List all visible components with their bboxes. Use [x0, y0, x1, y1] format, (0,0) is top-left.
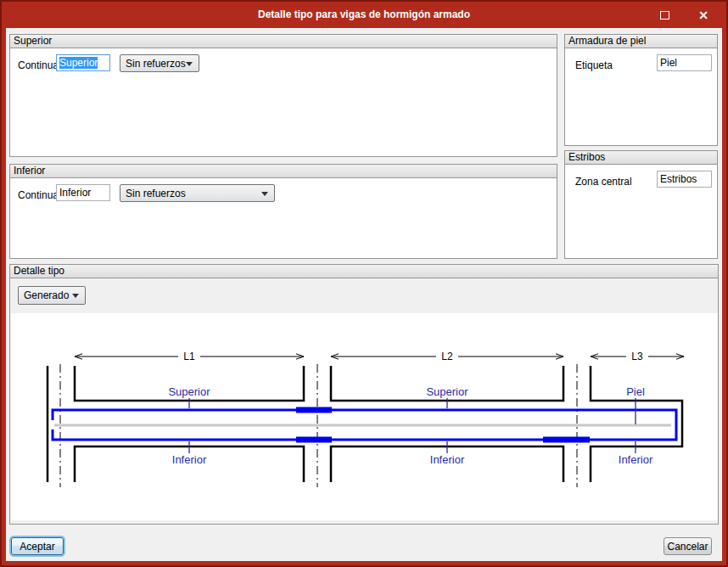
cancel-button[interactable]: Cancelar: [664, 537, 712, 555]
inferior-refuerzos-dropdown[interactable]: Sin refuerzos: [120, 184, 275, 202]
chevron-down-icon: [261, 192, 268, 196]
dialog-window: Detalle tipo para vigas de hormigón arma…: [0, 0, 728, 567]
span3-piel-label: Piel: [626, 385, 645, 398]
chevron-down-icon: [186, 62, 193, 66]
span1-top-rebar-label: Superior: [168, 385, 210, 398]
detalle-generado-dropdown-value: Generado: [24, 289, 69, 301]
estribos-input[interactable]: [657, 171, 712, 188]
group-armadura-piel: Armadura de piel Etiqueta: [564, 34, 718, 146]
superior-refuerzos-dropdown-value: Sin refuerzos: [126, 58, 186, 70]
span2-bottom-rebar-label: Inferior: [430, 453, 465, 466]
accept-button[interactable]: Aceptar: [11, 537, 64, 555]
continua-label: Continua: [18, 59, 59, 71]
dimension-lines: [75, 354, 684, 359]
detalle-generado-dropdown[interactable]: Generado: [18, 286, 86, 305]
span1-dim-label: L1: [183, 351, 195, 362]
span1-bottom-rebar-label: Inferior: [172, 453, 207, 466]
group-detalle-tipo: Detalle tipo Generado: [9, 264, 719, 525]
group-detalle-tipo-title: Detalle tipo: [10, 265, 718, 278]
piel-input[interactable]: [657, 54, 712, 71]
group-inferior: Inferior Continua Sin refuerzos: [9, 164, 557, 259]
inferior-refuerzos-dropdown-value: Sin refuerzos: [126, 188, 186, 199]
group-estribos-title: Estribos: [565, 151, 717, 165]
dialog-title: Detalle tipo para vigas de hormigón arma…: [2, 8, 726, 20]
close-button[interactable]: ✕: [692, 7, 714, 24]
inferior-label-input[interactable]: [56, 184, 110, 201]
maximize-icon: [660, 11, 669, 20]
zona-central-label: Zona central: [575, 176, 632, 188]
span2-dim-label: L2: [441, 351, 453, 362]
titlebar: Detalle tipo para vigas de hormigón arma…: [2, 2, 726, 28]
superior-refuerzos-dropdown[interactable]: Sin refuerzos: [120, 54, 199, 72]
group-superior: Superior Continua Superior Sin refuerzos: [9, 34, 557, 157]
chevron-down-icon: [72, 294, 79, 298]
superior-label-input[interactable]: Superior: [56, 54, 110, 71]
group-armadura-piel-title: Armadura de piel: [565, 35, 717, 48]
group-estribos: Estribos Zona central: [564, 150, 718, 259]
span3-bottom-rebar-label: Inferior: [619, 453, 653, 466]
etiqueta-label: Etiqueta: [575, 59, 613, 71]
superior-label-input-value: Superior: [59, 57, 98, 69]
maximize-button[interactable]: [653, 7, 675, 24]
close-icon: ✕: [698, 8, 708, 22]
span3-dim-label: L3: [631, 351, 643, 362]
beam-detail-canvas: L1 L2 L3: [11, 313, 718, 520]
group-superior-title: Superior: [10, 35, 557, 48]
continua-label: Continua: [18, 189, 59, 201]
dialog-body: Superior Continua Superior Sin refuerzos…: [6, 28, 722, 561]
group-inferior-title: Inferior: [10, 165, 557, 178]
beam-detail-diagram: L1 L2 L3: [11, 313, 718, 520]
span2-top-rebar-label: Superior: [426, 385, 468, 398]
